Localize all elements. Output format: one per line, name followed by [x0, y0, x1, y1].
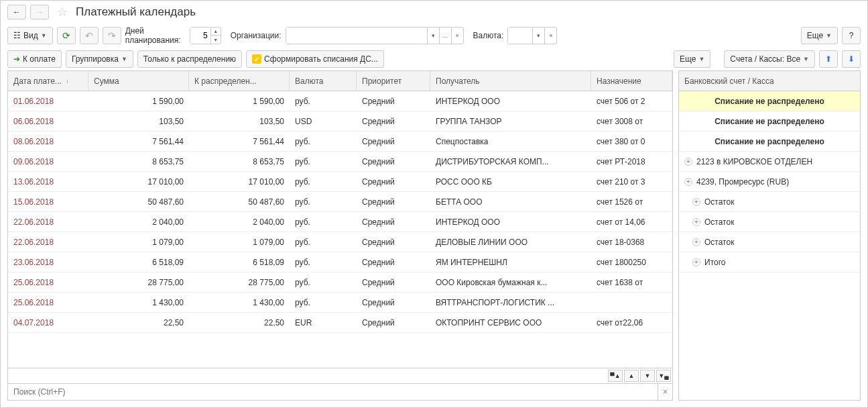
account-row[interactable]: +Остаток — [679, 192, 860, 212]
spinner-down-button[interactable]: ▼ — [211, 36, 221, 44]
search-clear-button[interactable]: × — [658, 384, 672, 400]
refresh-button[interactable]: ⟳ — [57, 27, 76, 44]
cell-purpose: счет 506 от 2 — [591, 97, 672, 106]
cell-date: 01.06.2018 — [8, 97, 88, 106]
currency-dropdown-button[interactable]: ▾ — [532, 28, 544, 44]
cell-recipient: ЯМ ИНТЕРНЕШНЛ — [430, 258, 591, 267]
col-header-sum[interactable]: Сумма — [88, 71, 189, 91]
org-combo[interactable]: ▾ … × — [286, 27, 464, 44]
account-row[interactable]: Списание не распределено — [679, 91, 860, 111]
col-header-priority[interactable]: Приоритет — [357, 71, 430, 91]
nav-forward-button[interactable]: → — [30, 5, 49, 19]
cell-purpose: счет от22,06 — [591, 318, 672, 327]
cell-priority: Средний — [357, 318, 430, 327]
table-row[interactable]: 01.06.20181 590,001 590,00руб.СреднийИНТ… — [8, 91, 672, 111]
org-ellipsis-button[interactable]: … — [439, 28, 451, 44]
expand-icon[interactable]: + — [684, 178, 692, 186]
days-input[interactable] — [190, 28, 210, 44]
org-input[interactable] — [286, 28, 427, 44]
redo-button[interactable]: ↷ — [103, 27, 121, 44]
col-header-purpose[interactable]: Назначение — [591, 71, 672, 91]
only-distribution-button[interactable]: Только к распределению — [137, 50, 242, 68]
cell-purpose: счет 380 от 0 — [591, 137, 672, 146]
cell-priority: Средний — [357, 298, 430, 307]
cell-recipient: БЕТТА ООО — [430, 197, 591, 207]
account-row[interactable]: +4239, Промресурс (RUB) — [679, 172, 860, 192]
grid-scroll-top-button[interactable]: ▀▲ — [608, 370, 623, 382]
table-row[interactable]: 08.06.20187 561,447 561,44руб.СреднийСпе… — [8, 132, 672, 152]
move-down-button[interactable]: ⬇ — [842, 50, 861, 68]
cell-sum: 6 518,09 — [88, 258, 189, 267]
account-row[interactable]: +Итого — [679, 252, 860, 272]
group-button[interactable]: Группировка ▼ — [66, 50, 133, 68]
expand-icon[interactable]: + — [692, 218, 700, 226]
account-row[interactable]: Списание не распределено — [679, 111, 860, 132]
currency-clear-button[interactable]: × — [544, 28, 556, 44]
view-button[interactable]: ☷ Вид ▼ — [7, 27, 53, 44]
table-row[interactable]: 15.06.201850 487,6050 487,60руб.СреднийБ… — [8, 192, 672, 212]
cell-dist: 6 518,09 — [189, 258, 290, 267]
cell-priority: Средний — [357, 278, 430, 287]
cell-currency: руб. — [290, 258, 357, 267]
chevron-down-icon: ▼ — [41, 32, 47, 39]
org-dropdown-button[interactable]: ▾ — [427, 28, 439, 44]
chevron-down-icon: ▼ — [698, 56, 704, 62]
cell-recipient: ДЕЛОВЫЕ ЛИНИИ ООО — [430, 238, 591, 247]
table-row[interactable]: 13.06.201817 010,0017 010,00руб.СреднийР… — [8, 172, 672, 192]
cell-sum: 7 561,44 — [88, 137, 189, 146]
cell-sum: 2 040,00 — [88, 217, 189, 227]
arrow-right-icon: ➔ — [13, 54, 20, 64]
org-clear-button[interactable]: × — [451, 28, 463, 44]
more-button[interactable]: Еще ▼ — [801, 27, 838, 44]
col-header-currency[interactable]: Валюта — [290, 71, 357, 91]
table-row[interactable]: 04.07.201822,5022,50EURСреднийОКТОПРИНТ … — [8, 313, 672, 333]
cell-priority: Средний — [357, 177, 430, 187]
table-row[interactable]: 06.06.2018103,50103,50USDСреднийГРУППА Т… — [8, 111, 672, 132]
cell-priority: Средний — [357, 238, 430, 247]
spinner-up-button[interactable]: ▲ — [211, 28, 221, 36]
grid-scroll-down-button[interactable]: ▼ — [640, 370, 655, 382]
cell-currency: руб. — [290, 298, 357, 307]
cell-sum: 1 079,00 — [88, 238, 189, 247]
grid-scroll-bottom-button[interactable]: ▼▄ — [656, 370, 671, 382]
table-row[interactable]: 23.06.20186 518,096 518,09руб.СреднийЯМ … — [8, 252, 672, 272]
col-header-dist[interactable]: К распределен... — [189, 71, 290, 91]
account-row[interactable]: +Остаток — [679, 232, 860, 252]
search-input[interactable] — [8, 384, 658, 400]
form-writeoffs-button[interactable]: ✓ Сформировать списания ДС... — [246, 50, 384, 68]
table-row[interactable]: 25.06.20181 430,001 430,00руб.СреднийВЯТ… — [8, 293, 672, 313]
col-header-recipient[interactable]: Получатель — [430, 71, 591, 91]
cell-date: 25.06.2018 — [8, 278, 88, 287]
expand-icon[interactable]: + — [692, 258, 700, 266]
grid-scroll-up-button[interactable]: ▲ — [624, 370, 639, 382]
move-up-button[interactable]: ⬆ — [819, 50, 838, 68]
help-button[interactable]: ? — [842, 27, 861, 44]
account-row[interactable]: +Остаток — [679, 212, 860, 232]
accounts-filter-button[interactable]: Счета / Кассы: Все ▼ — [724, 50, 815, 68]
account-row[interactable]: Списание не распределено — [679, 132, 860, 152]
accounts-header[interactable]: Банковский счет / Касса — [679, 71, 860, 91]
nav-back-button[interactable]: ← — [7, 5, 26, 19]
cell-recipient: ИНТЕРКОД ООО — [430, 217, 591, 227]
check-icon: ✓ — [252, 54, 261, 64]
cell-currency: руб. — [290, 278, 357, 287]
table-row[interactable]: 22.06.20181 079,001 079,00руб.СреднийДЕЛ… — [8, 232, 672, 252]
days-spinner[interactable]: ▲ ▼ — [190, 27, 221, 44]
cell-recipient: Спецпоставка — [430, 137, 591, 146]
more-toolbar2-button[interactable]: Еще ▼ — [674, 50, 710, 68]
undo-button[interactable]: ↶ — [80, 27, 99, 44]
expand-icon[interactable]: + — [684, 158, 692, 166]
expand-icon[interactable]: + — [692, 198, 700, 206]
cell-sum: 50 487,60 — [88, 197, 189, 207]
favorite-star-icon[interactable]: ☆ — [56, 5, 69, 19]
col-header-date[interactable]: Дата плате... ↓ — [8, 71, 88, 91]
account-row[interactable]: +2123 в КИРОВСКОЕ ОТДЕЛЕН — [679, 152, 860, 172]
table-row[interactable]: 22.06.20182 040,002 040,00руб.СреднийИНТ… — [8, 212, 672, 232]
table-row[interactable]: 25.06.201828 775,0028 775,00руб.Средний … — [8, 272, 672, 293]
currency-combo[interactable]: ▾ × — [507, 27, 557, 44]
cell-currency: EUR — [290, 318, 357, 327]
table-row[interactable]: 09.06.20188 653,758 653,75руб.СреднийДИС… — [8, 152, 672, 172]
expand-icon[interactable]: + — [692, 238, 700, 246]
currency-input[interactable] — [508, 28, 532, 44]
to-pay-button[interactable]: ➔ К оплате — [7, 50, 62, 68]
